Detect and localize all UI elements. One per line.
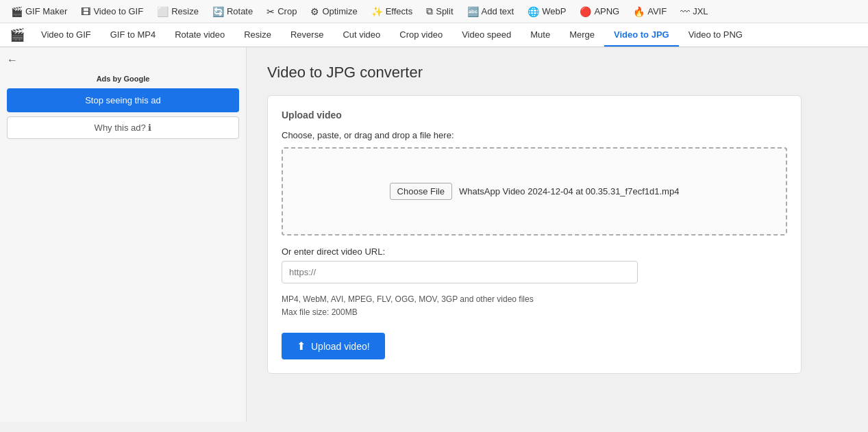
choose-file-button[interactable]: Choose File [390,183,452,200]
upload-icon: ⬆ [297,340,306,353]
upload-button[interactable]: ⬆ Upload video! [282,333,385,359]
upload-button-label: Upload video! [311,341,370,352]
toolbar-item-gif-maker[interactable]: 🎬GIF Maker [5,3,73,20]
gif-maker-label: GIF Maker [25,6,67,16]
toolbar-item-crop[interactable]: ✂Crop [261,3,302,20]
toolbar-item-split[interactable]: ⧉Split [421,3,458,20]
crop-label: Crop [277,6,297,16]
url-input[interactable] [282,261,638,283]
video-to-gif-label: Video to GIF [93,6,143,16]
url-label: Or enter direct video URL: [282,246,787,257]
nav-tab-video-speed[interactable]: Video speed [452,24,521,47]
split-label: Split [436,6,453,16]
optimize-icon: ⚙ [310,6,319,17]
avif-icon: 🔥 [633,6,645,17]
top-toolbar: 🎬GIF Maker🎞Video to GIF⬜Resize🔄Rotate✂Cr… [0,0,868,23]
page-title: Video to JPG converter [267,64,847,81]
optimize-label: Optimize [322,6,357,16]
toolbar-item-add-text[interactable]: 🔤Add text [462,3,520,20]
ads-label: Ads by Google [7,75,239,83]
toolbar-item-resize[interactable]: ⬜Resize [151,3,204,20]
toolbar-item-effects[interactable]: ✨Effects [366,3,419,20]
nav-tab-video-to-png[interactable]: Video to PNG [679,24,752,47]
toolbar-item-optimize[interactable]: ⚙Optimize [305,3,362,20]
rotate-label: Rotate [227,6,253,16]
rotate-icon: 🔄 [212,6,224,17]
gif-maker-icon: 🎬 [11,6,23,17]
effects-icon: ✨ [371,6,383,17]
webp-icon: 🌐 [528,6,539,17]
file-formats-info: MP4, WebM, AVI, MPEG, FLV, OGG, MOV, 3GP… [282,293,787,319]
nav-tab-merge[interactable]: Merge [560,24,604,47]
webp-label: WebP [542,6,566,16]
toolbar-item-video-to-gif[interactable]: 🎞Video to GIF [75,3,149,20]
nav-logo: 🎬 [3,23,32,47]
nav-tab-mute[interactable]: Mute [521,24,560,47]
main-layout: ← Ads by Google Stop seeing this ad Why … [0,47,868,422]
split-icon: ⧉ [426,5,433,17]
nav-tab-reverse[interactable]: Reverse [281,24,333,47]
add-text-icon: 🔤 [467,6,479,17]
toolbar-item-apng[interactable]: 🔴APNG [574,3,625,20]
sidebar: ← Ads by Google Stop seeing this ad Why … [0,47,247,422]
nav-tab-gif-to-mp4[interactable]: GIF to MP4 [101,24,165,47]
file-name-display: WhatsApp Video 2024-12-04 at 00.35.31_f7… [459,186,679,196]
resize-label: Resize [171,6,199,16]
toolbar-item-jxl[interactable]: 〰JXL [675,3,713,20]
add-text-label: Add text [482,6,514,16]
toolbar-item-avif[interactable]: 🔥AVIF [628,3,672,20]
jxl-icon: 〰 [680,6,690,17]
upload-section-title: Upload video [282,110,787,120]
apng-icon: 🔴 [580,6,591,17]
apng-label: APNG [594,6,619,16]
nav-tab-video-to-jpg[interactable]: Video to JPG [604,24,679,47]
back-arrow[interactable]: ← [7,54,18,66]
secondary-nav: 🎬 Video to GIFGIF to MP4Rotate videoResi… [0,23,868,47]
nav-tab-cut-video[interactable]: Cut video [333,24,390,47]
stop-ad-button[interactable]: Stop seeing this ad [7,88,239,112]
nav-tab-crop-video[interactable]: Crop video [390,24,452,47]
avif-label: AVIF [647,6,667,16]
effects-label: Effects [386,6,413,16]
drag-drop-label: Choose, paste, or drag and drop a file h… [282,130,787,140]
why-ad-button[interactable]: Why this ad? ℹ [7,116,239,139]
crop-icon: ✂ [266,6,275,17]
nav-tab-resize[interactable]: Resize [234,24,281,47]
upload-card: Upload video Choose, paste, or drag and … [267,95,802,374]
resize-icon: ⬜ [157,6,169,17]
video-to-gif-icon: 🎞 [81,6,90,17]
drop-zone[interactable]: Choose File WhatsApp Video 2024-12-04 at… [282,147,787,236]
content-area: Video to JPG converter Upload video Choo… [247,47,868,422]
nav-tab-video-to-gif[interactable]: Video to GIF [32,24,101,47]
toolbar-item-webp[interactable]: 🌐WebP [522,3,571,20]
jxl-label: JXL [693,6,708,16]
nav-tab-rotate-video[interactable]: Rotate video [165,24,234,47]
toolbar-item-rotate[interactable]: 🔄Rotate [207,3,258,20]
